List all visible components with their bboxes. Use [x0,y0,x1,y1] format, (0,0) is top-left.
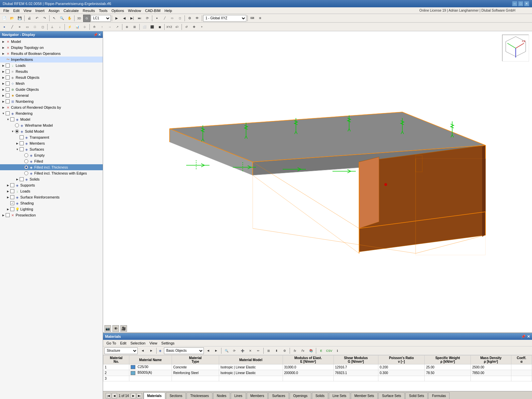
expand-shading[interactable] [6,201,10,205]
menu-assign[interactable]: Assign [47,8,62,13]
tab-member-sets[interactable]: Member Sets [351,392,378,399]
tree-surf-reinf[interactable]: ▶ ◈ Surface Reinforcements [0,194,103,200]
menu-file[interactable]: File [1,8,11,13]
tab-openings[interactable]: Openings [290,392,311,399]
mat-pin[interactable]: 📌 [521,334,526,339]
radio-filled-thickness[interactable] [24,165,28,169]
structure-combo[interactable]: Structure [104,347,138,354]
tb2-right[interactable]: ↗ [114,23,121,31]
tab-sections[interactable]: Sections [166,392,186,399]
checkbox-lighting[interactable] [10,207,14,211]
expand-transparent[interactable] [15,135,19,139]
tree-supports[interactable]: ▶ ◈ Supports [0,182,103,188]
mat-excel[interactable]: E [318,347,325,354]
prev-page-btn[interactable]: ◀ [139,347,146,354]
play-button[interactable]: ▶ [113,15,120,22]
radio-filled[interactable] [24,159,28,163]
tab-surfaces[interactable]: Surfaces [268,392,289,399]
mat-csv[interactable]: CSV [326,347,333,354]
expand-filled-thickness-edges[interactable] [20,171,24,175]
tab-line-sets[interactable]: Line Sets [329,392,350,399]
numpad-button[interactable]: ⌨ [249,15,256,22]
checkbox-mesh[interactable] [6,81,10,85]
mat-menu-settings[interactable]: Settings [159,340,177,346]
save-button[interactable]: 💾 [16,15,23,22]
radio-solid-model[interactable] [15,129,19,133]
tab-lines[interactable]: Lines [231,392,246,399]
expand-result-objects[interactable]: ▶ [1,75,5,79]
tb2-load[interactable]: ↓ [56,23,64,31]
expand-loads[interactable]: ▶ [1,64,5,67]
table-row[interactable]: 1 C25/30 Concrete Isotropic | Linear Ela… [103,364,532,370]
mat-search[interactable]: 🔍 [223,347,230,354]
menu-cadbim[interactable]: CAD-BIM [143,8,162,13]
tree-filled[interactable]: ◈ Filled [0,158,103,164]
expand-colors[interactable]: ▶ [1,105,5,109]
mat-menu-goto[interactable]: Go To [104,340,118,346]
expand-boolean[interactable]: ▶ [1,52,5,56]
tb2-zoom-sel[interactable]: ⊞ [131,23,138,31]
expand-surfaces[interactable]: ▼ [15,147,19,151]
view3d-button[interactable]: 3D [75,15,83,22]
tab-members[interactable]: Members [247,392,268,399]
tb2-axis[interactable]: XYZ [166,23,173,31]
tree-mesh[interactable]: ▶ ⊹ Mesh [0,80,103,86]
mat-refresh[interactable]: ⟳ [231,347,238,354]
tree-loads2[interactable]: ▶ ↓ Loads [0,188,103,194]
node-button[interactable]: ● [153,15,161,22]
checkbox-surfaces[interactable] [20,147,24,151]
tab-thicknesses[interactable]: Thicknesses [187,392,212,399]
tab-materials[interactable]: Materials [144,392,165,399]
menu-edit[interactable]: Edit [11,8,22,13]
expand-supports[interactable]: ▶ [6,183,10,187]
tree-numbering[interactable]: ▶ ⊞ Numbering [0,98,103,104]
table-row[interactable]: 3 [103,376,532,381]
open-button[interactable]: 📂 [8,15,16,22]
camera-icon[interactable]: 📷 [104,325,111,332]
mat-filter[interactable]: ⊞ [265,347,272,354]
tb2-node[interactable]: ● [1,23,8,31]
select-button[interactable]: ↖ [51,15,58,22]
expand-topology[interactable]: ▶ [1,46,5,50]
expand-loads2[interactable]: ▶ [6,189,10,193]
mat-edit[interactable]: ✏ [255,347,262,354]
tree-guide[interactable]: ▶ ⊕ Guide Objects [0,86,103,92]
tree-rendering[interactable]: ▼ ◈ Rendering [0,110,103,116]
checkbox-result-objects[interactable] [6,75,10,79]
basic-prev-btn[interactable]: ◀ [204,347,212,354]
tb2-calc[interactable]: ⚡ [66,23,73,31]
tree-solids[interactable]: ▶ ◈ Solids [0,176,103,182]
expand-rendering-model[interactable]: ▼ [6,117,10,121]
mat-info[interactable]: ℹ [333,347,341,354]
tree-surfaces[interactable]: ▼ ◈ Surfaces [0,146,103,152]
tree-solid-model[interactable]: ▼ ◈ Solid Model [0,128,103,134]
print-button[interactable]: 🖨 [26,15,33,22]
mat-close[interactable]: ✕ [527,334,530,339]
radio-empty[interactable] [24,153,28,157]
checkbox-loads[interactable] [6,64,10,67]
radio-filled-thickness-edges[interactable] [24,171,28,175]
expand-results[interactable]: ▶ [1,69,5,73]
tb2-mesh[interactable]: ⊹ [81,23,88,31]
tree-empty[interactable]: ◈ Empty [0,152,103,158]
checkbox-numbering[interactable] [6,99,10,103]
tab-nodes[interactable]: Nodes [213,392,230,399]
tab-solid-sets[interactable]: Solid Sets [405,392,428,399]
tree-results[interactable]: ▶ ≡ Results [0,68,103,74]
window-controls[interactable]: ─ □ ✕ [512,1,529,6]
tree-filled-thickness-edges[interactable]: ◈ Filled incl. Thickness with Edges [0,170,103,176]
expand-surf-reinf[interactable]: ▶ [6,195,10,199]
checkbox-loads2[interactable] [10,189,14,193]
surface-button[interactable]: ▭ [169,15,176,22]
mat-controls[interactable]: 📌 ✕ [521,334,530,339]
table-row[interactable]: 2 B500S(A) Reinforcing Steel Isotropic |… [103,370,532,376]
tree-colors[interactable]: ▶ ✕ Colors of Rendered Objects by [0,104,103,110]
tree-model[interactable]: ▶ ✕ Model [0,39,103,45]
video-icon[interactable]: 🎥 [120,325,127,332]
expand-filled-thickness[interactable] [20,165,24,169]
expand-guide[interactable]: ▶ [1,87,5,91]
eye-icon[interactable]: 👁 [112,325,119,332]
tb2-line[interactable]: ╱ [8,23,16,31]
tb2-iso[interactable]: ⟰ [91,23,98,31]
tree-members[interactable]: ▶ ◈ Members [0,140,103,146]
